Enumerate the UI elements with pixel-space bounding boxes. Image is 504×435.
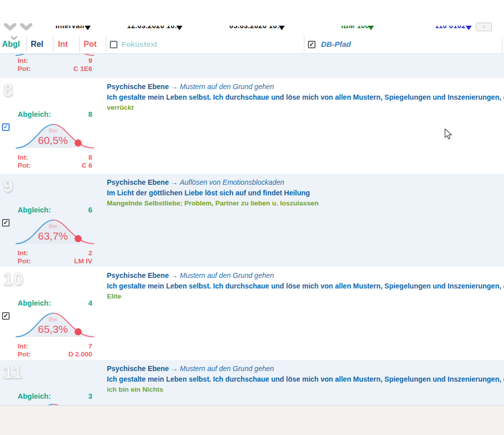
list-item-8[interactable]: 8 Psychische Ebene → Mustern auf den Gru… [0, 78, 504, 174]
bell-curve-chart [15, 401, 95, 405]
title-italic: Mustern auf den Grund gehen [180, 83, 274, 91]
date-to-dropdown[interactable]: 05.03.2020 10:11 [229, 26, 279, 31]
list-item-9[interactable]: 9 Psychische Ebene → Auflösen von Emotio… [0, 174, 504, 267]
mouse-cursor [444, 128, 453, 140]
item-title-line: Psychische Ebene → Mustern auf den Grund… [107, 271, 504, 282]
arrow-icon: → [171, 83, 178, 91]
title-bold: Psychische Ebene [107, 83, 169, 91]
db-pfad-checkbox[interactable]: ✓ [308, 41, 316, 48]
item-body-line: Ich gestalte mein Leben selbst. Ich durc… [107, 93, 504, 104]
int-value: 9 [88, 57, 92, 64]
dropdown-arrow-icon[interactable] [176, 26, 182, 30]
item-note-line: Mangelnde Selbstliebe; Problem, Partner … [107, 199, 504, 210]
abgleich-label: Abgleich: [18, 206, 51, 214]
pot-value: C 1E6 [73, 65, 92, 72]
abgleich-value: 3 [88, 392, 92, 400]
pot-value: C 6 [82, 162, 92, 169]
int-row: Int: 9 [18, 57, 92, 64]
top-toolbar: Intervall 12.03.2020 10:11 05.03.2020 10… [0, 0, 504, 35]
dropdown-arrow-icon[interactable] [368, 26, 374, 30]
item-body-line: Ich gestalte mein Leben selbst. Ich durc… [107, 375, 504, 386]
mini-dropdown-button[interactable]: ∨ [476, 23, 492, 31]
item-number: 8 [3, 80, 13, 100]
abgleich-row: Abgleich: 3 [18, 392, 92, 400]
pot-row: Pot: C 6 [18, 162, 92, 169]
dropdown-arrow-icon[interactable] [466, 26, 472, 30]
chevron-down-icon[interactable] [4, 23, 16, 31]
int-value: 8 [88, 154, 92, 161]
int-row: Int: 2 [18, 249, 92, 257]
list-item-partial-top[interactable]: Int: 9 Pot: C 1E6 [0, 54, 504, 78]
separator [26, 37, 27, 52]
item-checkbox[interactable]: ✓ [2, 312, 10, 320]
pot-label: Pot: [18, 65, 31, 72]
pot-row: Pot: D 2.000 [18, 350, 92, 358]
abgleich-value: 4 [88, 299, 92, 307]
blue-dropdown[interactable]: 110 0102 [435, 26, 465, 31]
bw-label: Bw [15, 223, 91, 229]
separator [502, 37, 502, 52]
pot-label: Pot: [18, 350, 31, 358]
title-bold: Psychische Ebene [107, 178, 169, 186]
title-bold: Psychische Ebene [107, 271, 169, 279]
pot-value: LM IV [74, 257, 92, 265]
abgleich-label: Abgleich: [18, 299, 51, 307]
check-icon: ✓ [3, 123, 8, 130]
dropdown-arrow-icon[interactable] [85, 26, 91, 30]
dropdown-arrow-icon[interactable] [279, 26, 285, 30]
int-label: Int: [18, 342, 28, 350]
arrow-icon: → [171, 271, 178, 279]
int-row: Int: 7 [18, 342, 92, 350]
arrow-icon: → [171, 178, 178, 186]
percent-value: 63,7% [15, 230, 91, 242]
item-number: 11 [3, 362, 23, 382]
abgleich-row: Abgleich: 6 [18, 206, 92, 214]
item-note-line: Elite [107, 293, 504, 303]
check-icon: ✓ [309, 41, 314, 48]
list-item-11[interactable]: 11 Psychische Ebene → Mustern auf den Gr… [0, 360, 504, 405]
item-note-line: verrückt [107, 104, 504, 114]
item-number: 9 [3, 176, 13, 196]
item-number: 10 [3, 269, 24, 289]
chevron-down-icon[interactable] [20, 23, 32, 31]
item-checkbox[interactable]: ✓ [2, 219, 10, 227]
fokustext-checkbox[interactable] [110, 41, 117, 48]
separator [106, 37, 106, 52]
separator [79, 37, 80, 52]
check-icon: ✓ [3, 312, 8, 319]
item-title-line: Psychische Ebene → Auflösen von Emotions… [107, 178, 504, 189]
db-pfad-label: DB-Pfad [321, 40, 351, 48]
pot-value: D 2.000 [69, 350, 92, 358]
date-from-dropdown[interactable]: 12.03.2020 10:11 [127, 26, 176, 31]
title-bold: Psychische Ebene [107, 365, 169, 373]
separator [53, 37, 53, 52]
percent-value: 60,5% [15, 134, 91, 147]
item-title-line: Psychische Ebene → Mustern auf den Grund… [107, 83, 504, 93]
pot-row: Pot: LM IV [18, 257, 92, 265]
int-value: 2 [88, 249, 92, 257]
abgleich-label: Abgleich: [18, 392, 51, 400]
pot-label: Pot: [18, 257, 31, 265]
item-note-line: ich bin ein Nichts [107, 386, 504, 396]
tab-int[interactable]: Int [58, 40, 68, 49]
list-item-10[interactable]: 10 Psychische Ebene → Mustern auf den Gr… [0, 267, 504, 360]
green-dropdown[interactable]: IBM 100 [341, 26, 368, 31]
bw-label: Bw [15, 127, 91, 133]
pot-row: Pot: C 1E6 [18, 65, 92, 72]
int-label: Int: [18, 57, 28, 64]
item-title-line: Psychische Ebene → Mustern auf den Grund… [107, 365, 504, 375]
title-italic: Auflösen von Emotionsblockaden [180, 178, 284, 186]
abgleich-row: Abgleich: 8 [18, 110, 92, 118]
percent-value: 65,3% [15, 323, 91, 335]
int-value: 7 [88, 342, 92, 350]
item-checkbox[interactable]: ✓ [2, 123, 10, 131]
abgleich-label: Abgleich: [18, 110, 51, 118]
int-label: Int: [18, 249, 28, 257]
tab-abgl[interactable]: Abgl [2, 40, 20, 49]
column-tabbar: Abgl Rel Int Pot Fokustext ✓ DB-Pfad [0, 35, 504, 54]
tab-pot[interactable]: Pot [84, 40, 97, 49]
bw-label: Bw [15, 316, 91, 322]
interval-dropdown[interactable]: Intervall [55, 26, 86, 31]
tab-rel[interactable]: Rel [31, 40, 43, 49]
item-body-line: Ich gestalte mein Leben selbst. Ich durc… [107, 282, 504, 293]
